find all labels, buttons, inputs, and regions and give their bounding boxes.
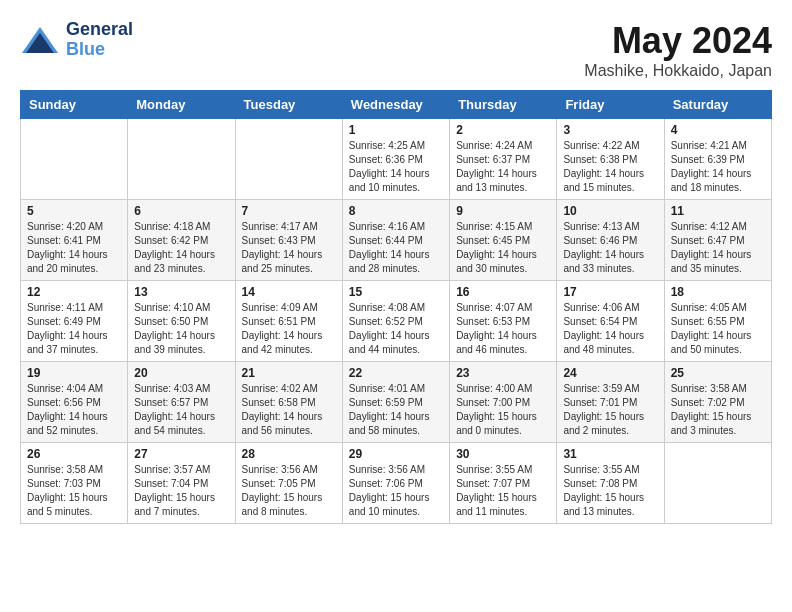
day-number: 31 <box>563 447 657 461</box>
calendar-cell: 7Sunrise: 4:17 AM Sunset: 6:43 PM Daylig… <box>235 200 342 281</box>
calendar-cell: 28Sunrise: 3:56 AM Sunset: 7:05 PM Dayli… <box>235 443 342 524</box>
week-row-5: 26Sunrise: 3:58 AM Sunset: 7:03 PM Dayli… <box>21 443 772 524</box>
day-number: 7 <box>242 204 336 218</box>
day-number: 13 <box>134 285 228 299</box>
day-info: Sunrise: 4:20 AM Sunset: 6:41 PM Dayligh… <box>27 220 121 276</box>
title-area: May 2024 Mashike, Hokkaido, Japan <box>584 20 772 80</box>
calendar-cell: 3Sunrise: 4:22 AM Sunset: 6:38 PM Daylig… <box>557 119 664 200</box>
weekday-header-thursday: Thursday <box>450 91 557 119</box>
calendar-cell: 18Sunrise: 4:05 AM Sunset: 6:55 PM Dayli… <box>664 281 771 362</box>
calendar-cell: 1Sunrise: 4:25 AM Sunset: 6:36 PM Daylig… <box>342 119 449 200</box>
day-number: 1 <box>349 123 443 137</box>
day-info: Sunrise: 4:07 AM Sunset: 6:53 PM Dayligh… <box>456 301 550 357</box>
day-number: 9 <box>456 204 550 218</box>
day-number: 20 <box>134 366 228 380</box>
weekday-header-friday: Friday <box>557 91 664 119</box>
day-info: Sunrise: 4:04 AM Sunset: 6:56 PM Dayligh… <box>27 382 121 438</box>
calendar-cell: 26Sunrise: 3:58 AM Sunset: 7:03 PM Dayli… <box>21 443 128 524</box>
day-info: Sunrise: 4:11 AM Sunset: 6:49 PM Dayligh… <box>27 301 121 357</box>
day-number: 28 <box>242 447 336 461</box>
day-info: Sunrise: 4:03 AM Sunset: 6:57 PM Dayligh… <box>134 382 228 438</box>
day-number: 11 <box>671 204 765 218</box>
day-number: 3 <box>563 123 657 137</box>
day-info: Sunrise: 3:56 AM Sunset: 7:06 PM Dayligh… <box>349 463 443 519</box>
day-number: 30 <box>456 447 550 461</box>
weekday-header-row: SundayMondayTuesdayWednesdayThursdayFrid… <box>21 91 772 119</box>
calendar-cell: 21Sunrise: 4:02 AM Sunset: 6:58 PM Dayli… <box>235 362 342 443</box>
day-info: Sunrise: 4:22 AM Sunset: 6:38 PM Dayligh… <box>563 139 657 195</box>
day-info: Sunrise: 3:55 AM Sunset: 7:08 PM Dayligh… <box>563 463 657 519</box>
day-info: Sunrise: 4:08 AM Sunset: 6:52 PM Dayligh… <box>349 301 443 357</box>
day-number: 15 <box>349 285 443 299</box>
calendar-cell: 10Sunrise: 4:13 AM Sunset: 6:46 PM Dayli… <box>557 200 664 281</box>
day-info: Sunrise: 3:57 AM Sunset: 7:04 PM Dayligh… <box>134 463 228 519</box>
calendar-cell: 27Sunrise: 3:57 AM Sunset: 7:04 PM Dayli… <box>128 443 235 524</box>
day-number: 8 <box>349 204 443 218</box>
page-header: General Blue May 2024 Mashike, Hokkaido,… <box>20 20 772 80</box>
calendar-cell: 4Sunrise: 4:21 AM Sunset: 6:39 PM Daylig… <box>664 119 771 200</box>
day-info: Sunrise: 4:10 AM Sunset: 6:50 PM Dayligh… <box>134 301 228 357</box>
calendar-cell: 16Sunrise: 4:07 AM Sunset: 6:53 PM Dayli… <box>450 281 557 362</box>
day-number: 26 <box>27 447 121 461</box>
calendar-cell: 29Sunrise: 3:56 AM Sunset: 7:06 PM Dayli… <box>342 443 449 524</box>
day-info: Sunrise: 4:02 AM Sunset: 6:58 PM Dayligh… <box>242 382 336 438</box>
week-row-1: 1Sunrise: 4:25 AM Sunset: 6:36 PM Daylig… <box>21 119 772 200</box>
calendar-cell: 9Sunrise: 4:15 AM Sunset: 6:45 PM Daylig… <box>450 200 557 281</box>
day-number: 22 <box>349 366 443 380</box>
week-row-2: 5Sunrise: 4:20 AM Sunset: 6:41 PM Daylig… <box>21 200 772 281</box>
calendar-cell: 24Sunrise: 3:59 AM Sunset: 7:01 PM Dayli… <box>557 362 664 443</box>
calendar-cell: 31Sunrise: 3:55 AM Sunset: 7:08 PM Dayli… <box>557 443 664 524</box>
calendar-table: SundayMondayTuesdayWednesdayThursdayFrid… <box>20 90 772 524</box>
day-info: Sunrise: 4:06 AM Sunset: 6:54 PM Dayligh… <box>563 301 657 357</box>
day-number: 21 <box>242 366 336 380</box>
calendar-cell <box>21 119 128 200</box>
day-number: 19 <box>27 366 121 380</box>
day-number: 4 <box>671 123 765 137</box>
day-info: Sunrise: 4:24 AM Sunset: 6:37 PM Dayligh… <box>456 139 550 195</box>
calendar-cell: 8Sunrise: 4:16 AM Sunset: 6:44 PM Daylig… <box>342 200 449 281</box>
day-info: Sunrise: 4:21 AM Sunset: 6:39 PM Dayligh… <box>671 139 765 195</box>
calendar-cell: 23Sunrise: 4:00 AM Sunset: 7:00 PM Dayli… <box>450 362 557 443</box>
day-number: 25 <box>671 366 765 380</box>
day-info: Sunrise: 4:15 AM Sunset: 6:45 PM Dayligh… <box>456 220 550 276</box>
weekday-header-tuesday: Tuesday <box>235 91 342 119</box>
calendar-cell: 2Sunrise: 4:24 AM Sunset: 6:37 PM Daylig… <box>450 119 557 200</box>
day-number: 17 <box>563 285 657 299</box>
day-info: Sunrise: 4:09 AM Sunset: 6:51 PM Dayligh… <box>242 301 336 357</box>
day-number: 10 <box>563 204 657 218</box>
day-info: Sunrise: 3:56 AM Sunset: 7:05 PM Dayligh… <box>242 463 336 519</box>
day-number: 29 <box>349 447 443 461</box>
logo-icon <box>20 25 60 55</box>
weekday-header-sunday: Sunday <box>21 91 128 119</box>
month-year-title: May 2024 <box>584 20 772 62</box>
day-info: Sunrise: 4:17 AM Sunset: 6:43 PM Dayligh… <box>242 220 336 276</box>
calendar-cell: 25Sunrise: 3:58 AM Sunset: 7:02 PM Dayli… <box>664 362 771 443</box>
day-number: 5 <box>27 204 121 218</box>
calendar-cell: 14Sunrise: 4:09 AM Sunset: 6:51 PM Dayli… <box>235 281 342 362</box>
day-info: Sunrise: 4:01 AM Sunset: 6:59 PM Dayligh… <box>349 382 443 438</box>
day-info: Sunrise: 3:58 AM Sunset: 7:03 PM Dayligh… <box>27 463 121 519</box>
weekday-header-saturday: Saturday <box>664 91 771 119</box>
calendar-cell <box>128 119 235 200</box>
day-number: 23 <box>456 366 550 380</box>
day-info: Sunrise: 3:59 AM Sunset: 7:01 PM Dayligh… <box>563 382 657 438</box>
logo-text: General Blue <box>66 20 133 60</box>
day-number: 6 <box>134 204 228 218</box>
day-info: Sunrise: 3:58 AM Sunset: 7:02 PM Dayligh… <box>671 382 765 438</box>
day-number: 14 <box>242 285 336 299</box>
day-info: Sunrise: 3:55 AM Sunset: 7:07 PM Dayligh… <box>456 463 550 519</box>
day-number: 12 <box>27 285 121 299</box>
day-info: Sunrise: 4:25 AM Sunset: 6:36 PM Dayligh… <box>349 139 443 195</box>
day-number: 27 <box>134 447 228 461</box>
calendar-cell <box>664 443 771 524</box>
day-number: 16 <box>456 285 550 299</box>
logo: General Blue <box>20 20 133 60</box>
calendar-cell <box>235 119 342 200</box>
day-info: Sunrise: 4:13 AM Sunset: 6:46 PM Dayligh… <box>563 220 657 276</box>
week-row-4: 19Sunrise: 4:04 AM Sunset: 6:56 PM Dayli… <box>21 362 772 443</box>
calendar-cell: 5Sunrise: 4:20 AM Sunset: 6:41 PM Daylig… <box>21 200 128 281</box>
calendar-cell: 22Sunrise: 4:01 AM Sunset: 6:59 PM Dayli… <box>342 362 449 443</box>
day-number: 2 <box>456 123 550 137</box>
calendar-cell: 12Sunrise: 4:11 AM Sunset: 6:49 PM Dayli… <box>21 281 128 362</box>
weekday-header-monday: Monday <box>128 91 235 119</box>
